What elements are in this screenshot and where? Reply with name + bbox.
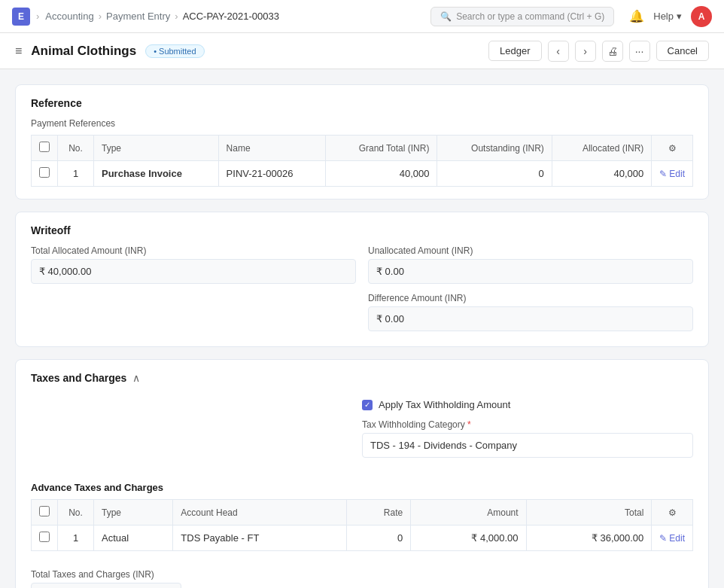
writeoff-right: Unallocated Amount (INR) ₹ 0.00 Differen…	[368, 245, 693, 331]
row-checkbox[interactable]	[39, 167, 50, 178]
bell-icon[interactable]: 🔔	[629, 9, 644, 23]
tax-category-field: Tax Withholding Category TDS - 194 - Div…	[362, 419, 693, 458]
row-no: 1	[58, 161, 94, 187]
header-actions: Ledger ‹ › 🖨 ··· Cancel	[488, 41, 709, 62]
adv-col-checkbox	[32, 500, 58, 526]
col-gear: ⚙	[652, 136, 693, 161]
print-button[interactable]: 🖨	[602, 41, 623, 62]
total-taxes-row: Total Taxes and Charges (INR) ₹ -4,000.0…	[16, 563, 708, 588]
col-type: Type	[94, 136, 219, 161]
adv-row-checkbox[interactable]	[39, 532, 50, 542]
total-allocated-label: Total Allocated Amount (INR)	[31, 245, 356, 256]
apply-tax-row: ✓ Apply Tax Withholding Amount	[362, 399, 693, 410]
adv-col-account-head: Account Head	[173, 500, 346, 526]
payment-references-label: Payment References	[31, 118, 693, 129]
row-name: PINV-21-00026	[218, 161, 325, 187]
tax-category-value[interactable]: TDS - 194 - Dividends - Company	[362, 433, 693, 458]
search-bar[interactable]: 🔍 Search or type a command (Ctrl + G)	[430, 7, 614, 26]
next-button[interactable]: ›	[575, 41, 596, 62]
adv-row-amount: ₹ 4,000.00	[411, 526, 526, 551]
col-no: No.	[58, 136, 94, 161]
adv-col-rate: Rate	[346, 500, 410, 526]
adv-col-amount: Amount	[411, 500, 526, 526]
advance-taxes-title: Advance Taxes and Charges	[16, 473, 708, 499]
payment-references-table-wrapper: Payment References No. Type Name Grand T…	[16, 118, 708, 199]
status-dot: •	[154, 47, 157, 56]
adv-row-rate: 0	[346, 526, 410, 551]
adv-col-no: No.	[58, 500, 94, 526]
edit-label: Edit	[669, 169, 685, 179]
cancel-button[interactable]: Cancel	[656, 41, 709, 61]
difference-value: ₹ 0.00	[368, 306, 693, 331]
unallocated-field: Unallocated Amount (INR) ₹ 0.00	[368, 245, 693, 284]
sep1: ›	[99, 11, 102, 22]
adv-table-row: 1 Actual TDS Payable - FT 0 ₹ 4,000.00 ₹…	[32, 526, 693, 551]
adv-select-all-checkbox[interactable]	[39, 506, 50, 516]
row-allocated: 40,000	[552, 161, 652, 187]
sidebar-toggle-icon[interactable]: ≡	[15, 44, 22, 58]
writeoff-section-header: Writeoff	[16, 212, 708, 245]
col-grand-total: Grand Total (INR)	[325, 136, 437, 161]
writeoff-section-title: Writeoff	[31, 224, 71, 236]
breadcrumb: Accounting › Payment Entry › ACC-PAY-202…	[45, 11, 279, 22]
gear-icon[interactable]: ⚙	[668, 143, 677, 154]
adv-edit-label: Edit	[669, 533, 685, 544]
taxes-row: ✓ Apply Tax Withholding Amount Tax Withh…	[31, 399, 693, 458]
writeoff-grid: Total Allocated Amount (INR) ₹ 40,000.00…	[16, 245, 708, 346]
adv-gear-icon[interactable]: ⚙	[668, 507, 677, 518]
total-taxes-value: ₹ -4,000.00	[31, 583, 181, 588]
col-name: Name	[218, 136, 325, 161]
main-content: Reference Payment References No. Type Na…	[0, 69, 724, 588]
adv-row-edit-cell: ✎ Edit	[652, 526, 693, 551]
top-icons: 🔔 Help ▾ A	[629, 6, 712, 27]
status-badge: • Submitted	[145, 44, 204, 58]
help-button[interactable]: Help ▾	[653, 11, 682, 22]
table-row: 1 Purchase Invoice PINV-21-00026 40,000 …	[32, 161, 693, 187]
advance-taxes-table: No. Type Account Head Rate Amount Total …	[31, 499, 693, 551]
select-all-checkbox[interactable]	[39, 142, 50, 152]
prev-button[interactable]: ‹	[548, 41, 569, 62]
row-edit-button[interactable]: ✎ Edit	[659, 169, 685, 179]
page-header: ≡ Animal Clothings • Submitted Ledger ‹ …	[0, 33, 724, 69]
col-checkbox	[32, 136, 58, 161]
nav-sep-1: ›	[36, 11, 39, 22]
advance-taxes-sub-section: Advance Taxes and Charges No. Type Accou…	[16, 473, 708, 588]
ledger-button[interactable]: Ledger	[488, 41, 541, 61]
apply-tax-checkbox[interactable]: ✓	[362, 400, 373, 410]
row-type: Purchase Invoice	[94, 161, 219, 187]
adv-col-gear: ⚙	[652, 500, 693, 526]
breadcrumb-current: ACC-PAY-2021-00033	[183, 11, 279, 22]
taxes-charges-section: Taxes and Charges ∧ ✓ Apply Tax Withhold…	[15, 359, 709, 588]
adv-row-total: ₹ 36,000.00	[526, 526, 652, 551]
row-checkbox-cell	[32, 161, 58, 187]
difference-label: Difference Amount (INR)	[368, 293, 693, 303]
row-outstanding: 0	[437, 161, 552, 187]
reference-section-header: Reference	[16, 85, 708, 118]
difference-field: Difference Amount (INR) ₹ 0.00	[368, 293, 693, 331]
breadcrumb-payment-entry[interactable]: Payment Entry	[106, 11, 170, 22]
adv-row-account-head: TDS Payable - FT	[173, 526, 346, 551]
unallocated-value: ₹ 0.00	[368, 259, 693, 284]
col-outstanding: Outstanding (INR)	[437, 136, 552, 161]
reference-section-title: Reference	[31, 97, 82, 109]
top-nav: E › Accounting › Payment Entry › ACC-PAY…	[0, 0, 724, 33]
avatar[interactable]: A	[691, 6, 712, 27]
adv-row-type: Actual	[94, 526, 173, 551]
advance-taxes-table-wrapper: No. Type Account Head Rate Amount Total …	[16, 499, 708, 563]
checkmark-icon: ✓	[364, 401, 370, 409]
col-allocated: Allocated (INR)	[552, 136, 652, 161]
unallocated-label: Unallocated Amount (INR)	[368, 245, 693, 256]
adv-edit-icon: ✎	[659, 533, 667, 544]
taxes-right: ✓ Apply Tax Withholding Amount Tax Withh…	[362, 399, 693, 458]
row-grand-total: 40,000	[325, 161, 437, 187]
total-taxes-label: Total Taxes and Charges (INR)	[31, 569, 693, 580]
taxes-chevron-icon[interactable]: ∧	[132, 372, 140, 384]
payment-references-table: No. Type Name Grand Total (INR) Outstand…	[31, 135, 693, 187]
search-placeholder-text: Search or type a command (Ctrl + G)	[456, 11, 604, 22]
adv-row-edit-button[interactable]: ✎ Edit	[659, 533, 685, 544]
help-label: Help	[653, 11, 674, 22]
breadcrumb-accounting[interactable]: Accounting	[45, 11, 93, 22]
writeoff-section: Writeoff Total Allocated Amount (INR) ₹ …	[15, 212, 709, 347]
more-button[interactable]: ···	[629, 41, 650, 62]
total-allocated-value: ₹ 40,000.00	[31, 259, 356, 284]
